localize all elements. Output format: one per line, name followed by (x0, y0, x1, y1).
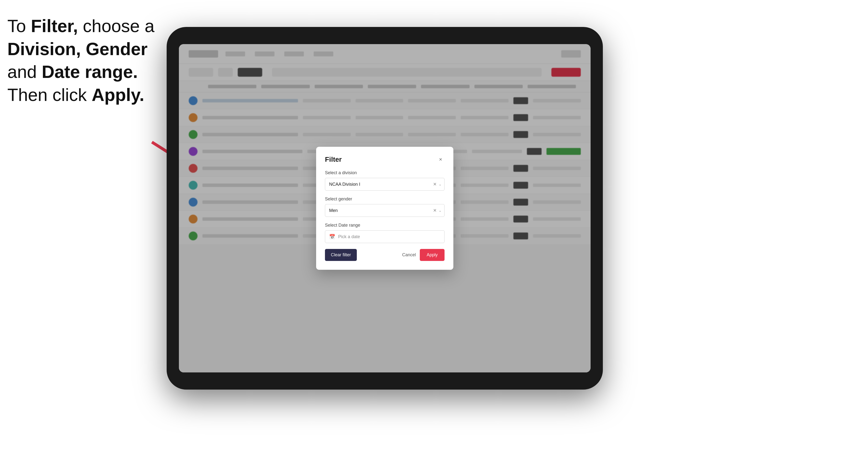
date-form-group: Select Date range 📅 Pick a date (325, 223, 444, 243)
gender-label: Select gender (325, 196, 444, 201)
division-clear-icon[interactable]: ✕ (433, 182, 437, 187)
gender-select-wrapper[interactable]: Men ✕ ⌄ (325, 204, 444, 217)
division-select-icons: ✕ ⌄ (433, 182, 442, 187)
modal-header: Filter × (325, 156, 444, 163)
instruction-text: To Filter, choose a Division, Gender and… (7, 15, 154, 106)
footer-right-buttons: Cancel Apply (402, 249, 444, 261)
modal-title: Filter (325, 156, 342, 163)
gender-arrow-icon: ⌄ (439, 209, 442, 212)
tablet-screen: Filter × Select a division NCAA Division… (179, 44, 591, 372)
division-label: Select a division (325, 170, 444, 176)
gender-clear-icon[interactable]: ✕ (433, 208, 437, 213)
filter-modal: Filter × Select a division NCAA Division… (316, 147, 453, 270)
modal-close-button[interactable]: × (437, 156, 444, 163)
clear-filter-button[interactable]: Clear filter (325, 249, 357, 261)
division-arrow-icon: ⌄ (439, 182, 442, 186)
division-select[interactable]: NCAA Division I (325, 178, 444, 191)
division-form-group: Select a division NCAA Division I ✕ ⌄ (325, 170, 444, 191)
date-input[interactable]: 📅 Pick a date (325, 230, 444, 243)
modal-footer: Clear filter Cancel Apply (325, 249, 444, 261)
gender-select[interactable]: Men (325, 204, 444, 217)
tablet-frame: Filter × Select a division NCAA Division… (167, 27, 603, 390)
apply-button[interactable]: Apply (420, 249, 444, 261)
modal-overlay: Filter × Select a division NCAA Division… (179, 44, 591, 372)
gender-select-icons: ✕ ⌄ (433, 208, 442, 213)
calendar-icon: 📅 (329, 234, 335, 240)
cancel-button[interactable]: Cancel (402, 252, 416, 257)
division-select-wrapper[interactable]: NCAA Division I ✕ ⌄ (325, 178, 444, 191)
date-placeholder-text: Pick a date (338, 234, 360, 239)
gender-form-group: Select gender Men ✕ ⌄ (325, 196, 444, 217)
date-label: Select Date range (325, 223, 444, 228)
